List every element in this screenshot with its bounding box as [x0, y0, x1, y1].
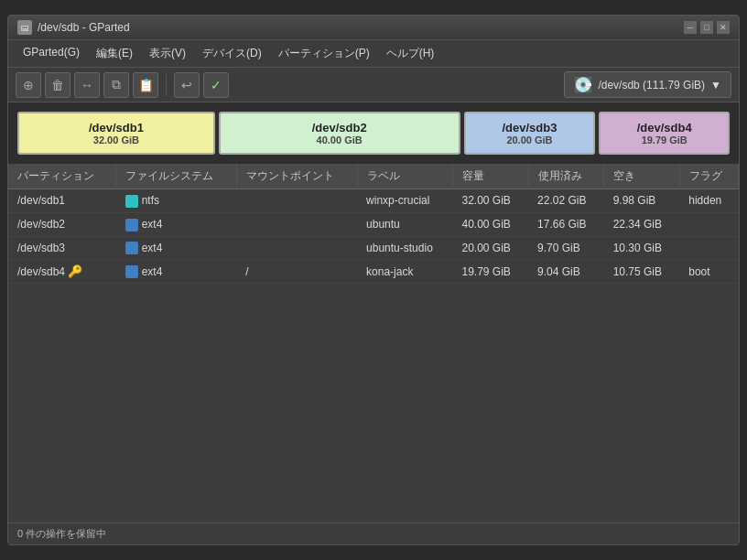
visual-sdb2-name: /dev/sdb2 [312, 121, 367, 135]
fs-color-indicator [125, 265, 138, 278]
visual-sdb3-name: /dev/sdb3 [502, 121, 557, 135]
partition-visual-sdb1[interactable]: /dev/sdb1 32.00 GiB [17, 112, 215, 155]
statusbar: 0 件の操作を保留中 [8, 522, 739, 544]
visual-sdb1-name: /dev/sdb1 [89, 121, 144, 135]
key-icon: 🔑 [68, 264, 82, 278]
cell-mountpoint [236, 236, 357, 260]
cell-filesystem: ext4 [116, 236, 237, 260]
col-partition: パーティション [8, 164, 116, 189]
col-flags: フラグ [679, 164, 738, 189]
window-controls: ─ □ ✕ [684, 21, 730, 34]
cell-used: 17.66 GiB [528, 212, 604, 236]
minimize-button[interactable]: ─ [684, 21, 697, 34]
col-size: 容量 [452, 164, 528, 189]
cell-flags: hidden [679, 189, 738, 213]
cell-label: kona-jack [357, 260, 452, 284]
cell-label: ubuntu [357, 212, 452, 236]
col-mountpoint: マウントポイント [236, 164, 357, 189]
cell-partition: /dev/sdb3 [8, 236, 116, 260]
toolbar-separator [166, 74, 167, 96]
cell-mountpoint: / [236, 260, 357, 284]
visual-sdb4-size: 19.79 GiB [642, 135, 687, 145]
fs-color-indicator [125, 195, 138, 208]
partition-visual-sdb3[interactable]: /dev/sdb3 20.00 GiB [464, 112, 596, 155]
disk-icon: 💽 [574, 76, 592, 93]
visual-sdb2-size: 40.00 GiB [317, 135, 363, 145]
cell-filesystem: ntfs [116, 189, 237, 213]
cell-flags: boot [679, 260, 738, 284]
cell-partition: /dev/sdb2 [8, 212, 116, 236]
cell-used: 9.04 GiB [528, 260, 604, 284]
partition-visual-sdb2[interactable]: /dev/sdb2 40.00 GiB [219, 112, 460, 155]
dropdown-icon: ▼ [710, 79, 721, 92]
menu-gparted[interactable]: GParted(G) [16, 43, 87, 64]
copy-button[interactable]: ⧉ [103, 72, 129, 98]
undo-button[interactable]: ↩ [174, 72, 200, 98]
menu-device[interactable]: デバイス(D) [195, 43, 269, 64]
cell-size: 40.00 GiB [452, 212, 528, 236]
cell-label: winxp-crucial [357, 189, 452, 213]
cell-size: 32.00 GiB [452, 189, 528, 213]
menu-edit[interactable]: 編集(E) [89, 43, 140, 64]
col-free: 空き [604, 164, 680, 189]
cell-free: 10.75 GiB [604, 260, 680, 284]
visual-sdb4-name: /dev/sdb4 [637, 121, 692, 135]
table-row[interactable]: /dev/sdb2ext4ubuntu40.00 GiB17.66 GiB22.… [8, 212, 739, 236]
resize-button[interactable]: ↔ [74, 72, 100, 98]
cell-label: ubuntu-studio [357, 236, 452, 260]
partition-table: パーティション ファイルシステム マウントポイント ラベル 容量 使用済み 空き… [8, 164, 739, 522]
table-row[interactable]: /dev/sdb1ntfswinxp-crucial32.00 GiB22.02… [8, 189, 739, 213]
cell-flags [679, 212, 738, 236]
cell-size: 20.00 GiB [452, 236, 528, 260]
col-label: ラベル [357, 164, 452, 189]
menu-help[interactable]: ヘルプ(H) [379, 43, 442, 64]
paste-button[interactable]: 📋 [133, 72, 158, 98]
delete-partition-button[interactable]: 🗑 [45, 72, 70, 98]
window-title: /dev/sdb - GParted [38, 21, 130, 34]
menu-partition[interactable]: パーティション(P) [271, 43, 377, 64]
cell-mountpoint [236, 212, 357, 236]
cell-partition: /dev/sdb4 🔑 [8, 260, 116, 284]
status-text: 0 件の操作を保留中 [17, 528, 106, 539]
col-filesystem: ファイルシステム [116, 164, 237, 189]
partition-name: /dev/sdb4 [17, 265, 65, 278]
cell-mountpoint [236, 189, 357, 213]
partition-visual-sdb4[interactable]: /dev/sdb4 19.79 GiB [599, 112, 730, 155]
cell-flags [679, 236, 738, 260]
cell-filesystem: ext4 [116, 260, 237, 284]
cell-free: 22.34 GiB [604, 212, 680, 236]
cell-free: 10.30 GiB [604, 236, 680, 260]
table-row[interactable]: /dev/sdb3ext4ubuntu-studio20.00 GiB9.70 … [8, 236, 739, 260]
device-label: /dev/sdb (111.79 GiB) [598, 79, 705, 92]
partition-visual: /dev/sdb1 32.00 GiB /dev/sdb2 40.00 GiB … [8, 102, 739, 164]
menu-view[interactable]: 表示(V) [142, 43, 193, 64]
fs-color-indicator [125, 242, 138, 254]
new-partition-button[interactable]: ⊕ [16, 72, 41, 98]
cell-used: 22.02 GiB [528, 189, 604, 213]
table-header: パーティション ファイルシステム マウントポイント ラベル 容量 使用済み 空き… [8, 164, 739, 189]
fs-color-indicator [125, 219, 138, 232]
visual-sdb3-size: 20.00 GiB [506, 135, 552, 145]
close-button[interactable]: ✕ [717, 21, 730, 34]
table-row[interactable]: /dev/sdb4 🔑ext4/kona-jack19.79 GiB9.04 G… [8, 260, 739, 284]
device-selector[interactable]: 💽 /dev/sdb (111.79 GiB) ▼ [564, 71, 731, 98]
toolbar: ⊕ 🗑 ↔ ⧉ 📋 ↩ ✓ 💽 /dev/sdb (111.79 GiB) ▼ [8, 68, 739, 102]
visual-sdb1-size: 32.00 GiB [93, 135, 139, 145]
apply-button[interactable]: ✓ [203, 72, 229, 98]
maximize-button[interactable]: □ [700, 21, 713, 34]
title-bar: 🖴 /dev/sdb - GParted ─ □ ✕ [8, 16, 739, 40]
window-icon: 🖴 [17, 20, 32, 35]
menubar: GParted(G) 編集(E) 表示(V) デバイス(D) パーティション(P… [8, 40, 739, 68]
cell-partition: /dev/sdb1 [8, 189, 116, 213]
cell-size: 19.79 GiB [452, 260, 528, 284]
col-used: 使用済み [528, 164, 604, 189]
cell-free: 9.98 GiB [604, 189, 680, 213]
cell-used: 9.70 GiB [528, 236, 604, 260]
cell-filesystem: ext4 [116, 212, 237, 236]
